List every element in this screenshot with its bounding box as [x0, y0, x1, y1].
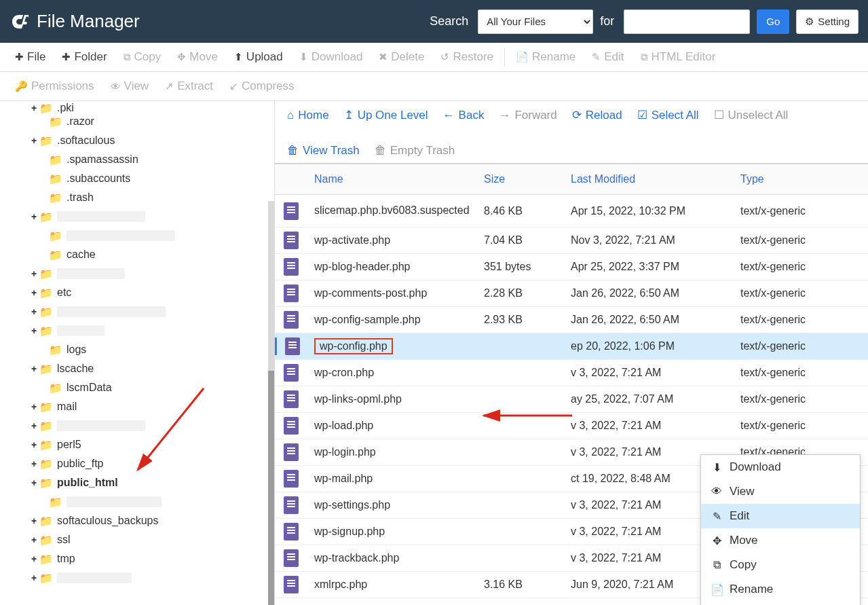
sidebar-tree[interactable]: +📁.pki📁.razor+📁.softaculous📁.spamassassi…: [0, 101, 275, 605]
tree-item[interactable]: +📁etc: [0, 283, 274, 302]
pencil-icon: ✎: [711, 510, 723, 523]
tree-item[interactable]: +📁.pki: [0, 104, 274, 112]
html-editor-button[interactable]: ⧉HTML Editor: [633, 43, 724, 71]
context-menu-rename[interactable]: 📄Rename: [701, 577, 860, 602]
expand-toggle[interactable]: +: [30, 135, 38, 146]
tree-item[interactable]: +📁: [0, 302, 274, 321]
expand-toggle[interactable]: +: [30, 401, 38, 412]
expand-toggle[interactable]: +: [30, 306, 38, 317]
tree-item-name: lscmData: [67, 382, 112, 394]
up-one-level-button[interactable]: ↥Up One Level: [344, 108, 428, 122]
expand-toggle[interactable]: +: [30, 363, 38, 374]
expand-toggle[interactable]: +: [30, 515, 38, 526]
expand-toggle[interactable]: +: [30, 211, 38, 222]
tree-item[interactable]: +📁lscache: [0, 359, 274, 378]
context-menu-edit[interactable]: ✎Edit: [701, 504, 860, 528]
folder-button[interactable]: ✚Folder: [54, 43, 115, 71]
view-button[interactable]: 👁View: [102, 72, 157, 100]
tree-item[interactable]: +📁: [0, 416, 274, 435]
file-type: text/x-generic: [734, 196, 868, 226]
app-title: File Manager: [37, 11, 140, 32]
delete-button[interactable]: ✖Delete: [371, 43, 432, 71]
expand-toggle[interactable]: +: [30, 287, 38, 298]
file-row[interactable]: wp-cron.phpv 3, 2022, 7:21 AMtext/x-gene…: [275, 360, 868, 386]
unselect-all-button[interactable]: ☐Unselect All: [714, 108, 789, 122]
tree-item[interactable]: 📁cache: [0, 245, 274, 264]
tree-item[interactable]: +📁ssl: [0, 530, 274, 549]
reload-button[interactable]: ⟳Reload: [572, 108, 622, 122]
upload-button[interactable]: ⬆Upload: [226, 43, 291, 71]
expand-toggle[interactable]: +: [30, 553, 38, 564]
file-row[interactable]: wp-comments-post.php2.28 KBJan 26, 2022,…: [275, 280, 868, 307]
tree-item[interactable]: 📁.subaccounts: [0, 169, 274, 188]
view-trash-button[interactable]: 🗑View Trash: [287, 144, 360, 158]
col-header-size[interactable]: Size: [477, 164, 564, 194]
compress-button[interactable]: ↙Compress: [221, 72, 302, 100]
sidebar-scrollbar-thumb[interactable]: [268, 371, 275, 605]
tree-item[interactable]: +📁perl5: [0, 435, 274, 454]
go-button[interactable]: Go: [757, 10, 789, 34]
expand-toggle[interactable]: +: [30, 325, 38, 336]
context-menu-move[interactable]: ✥Move: [701, 528, 860, 553]
tree-item[interactable]: 📁.spamassassin: [0, 150, 274, 169]
edit-button[interactable]: ✎Edit: [584, 43, 632, 71]
file-row[interactable]: wp-links-opml.phpay 25, 2022, 7:07 AMtex…: [275, 386, 868, 413]
expand-toggle[interactable]: +: [30, 268, 38, 279]
tree-item[interactable]: +📁: [0, 264, 274, 283]
search-input[interactable]: [624, 10, 750, 34]
tree-item[interactable]: 📁logs: [0, 340, 274, 359]
expand-toggle[interactable]: +: [30, 534, 38, 545]
file-button[interactable]: ✚File: [7, 43, 54, 71]
context-menu-change-permissions[interactable]: 🔑Change Permissions: [701, 602, 860, 605]
tree-item[interactable]: 📁: [0, 492, 274, 511]
rename-button[interactable]: 📄Rename: [508, 43, 584, 71]
copy-button[interactable]: ⧉Copy: [115, 43, 170, 71]
tree-item[interactable]: +📁public_html: [0, 473, 274, 492]
tree-item[interactable]: +📁tmp: [0, 549, 274, 568]
context-menu-download[interactable]: ⬇Download: [701, 455, 860, 479]
empty-trash-button[interactable]: 🗑Empty Trash: [375, 144, 455, 158]
download-button[interactable]: ⬇Download: [291, 43, 371, 71]
expand-toggle[interactable]: +: [30, 420, 38, 431]
select-all-button[interactable]: ☑Select All: [637, 108, 699, 122]
tree-item[interactable]: 📁: [0, 226, 274, 245]
tree-item[interactable]: +📁: [0, 207, 274, 226]
tree-item[interactable]: +📁: [0, 568, 274, 587]
permissions-button[interactable]: 🔑Permissions: [7, 72, 102, 100]
tree-item[interactable]: +📁softaculous_backups: [0, 511, 274, 530]
file-row[interactable]: wp-blog-header.php351 bytesApr 25, 2022,…: [275, 254, 868, 280]
move-button[interactable]: ✥Move: [169, 43, 226, 71]
home-button[interactable]: ⌂Home: [287, 109, 329, 122]
tree-item[interactable]: +📁mail: [0, 397, 274, 416]
col-header-last-modified[interactable]: Last Modified: [564, 164, 734, 194]
col-header-name[interactable]: Name: [307, 164, 477, 194]
expand-toggle[interactable]: +: [30, 439, 38, 450]
expand-toggle[interactable]: +: [30, 477, 38, 488]
file-row[interactable]: slicemap.php.bv6083.suspected8.46 KBApr …: [275, 195, 868, 227]
tree-item[interactable]: +📁public_ftp: [0, 454, 274, 473]
download-icon: ⬇: [711, 461, 723, 474]
search-scope-select[interactable]: All Your Files: [478, 10, 593, 34]
restore-button[interactable]: ↺Restore: [432, 43, 502, 71]
tree-item[interactable]: 📁.trash: [0, 188, 274, 207]
tree-item[interactable]: 📁.razor: [0, 112, 274, 131]
context-menu-copy[interactable]: ⧉Copy: [701, 553, 860, 577]
expand-toggle[interactable]: +: [30, 572, 38, 583]
forward-button[interactable]: →Forward: [499, 109, 556, 122]
tree-item[interactable]: +📁: [0, 321, 274, 340]
file-row[interactable]: wp-load.phpv 3, 2022, 7:21 AMtext/x-gene…: [275, 413, 868, 439]
settings-button[interactable]: ⚙ Setting: [796, 10, 858, 34]
expand-toggle[interactable]: +: [30, 458, 38, 469]
redacted-label: [57, 325, 105, 336]
rename-icon: 📄: [516, 51, 529, 63]
context-menu-view[interactable]: 👁View: [701, 479, 860, 504]
file-row[interactable]: wp-activate.php7.04 KBNov 3, 2022, 7:21 …: [275, 227, 868, 254]
expand-toggle[interactable]: +: [30, 103, 38, 113]
folder-icon: 📁: [39, 572, 53, 585]
extract-button[interactable]: ↗Extract: [157, 72, 221, 100]
col-header-type[interactable]: Type: [734, 164, 868, 194]
tree-item[interactable]: +📁.softaculous: [0, 131, 274, 150]
back-button[interactable]: ←Back: [443, 109, 485, 122]
file-row[interactable]: wp-config.phpep 20, 2022, 1:06 PMtext/x-…: [275, 333, 868, 360]
tree-item[interactable]: 📁lscmData: [0, 378, 274, 397]
